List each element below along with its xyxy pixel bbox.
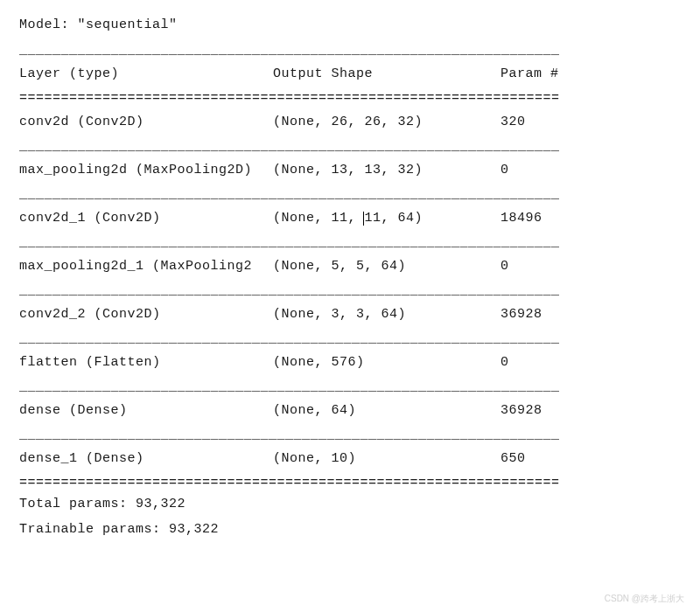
header-shape: Output Shape [273, 64, 500, 85]
layer-param: 0 [500, 256, 681, 277]
divider-row: ________________________________________… [19, 426, 681, 444]
layer-name: conv2d (Conv2D) [19, 112, 273, 133]
trainable-params: Trainable params: 93,322 [19, 518, 681, 543]
divider-header: ========================================… [19, 89, 681, 108]
divider-row: ________________________________________… [19, 233, 681, 252]
layer-shape: (None, 64) [273, 400, 500, 421]
header-layer: Layer (type) [19, 64, 273, 85]
table-row: conv2d (Conv2D)(None, 26, 26, 32)320 [19, 108, 681, 137]
layer-name: conv2d_1 (Conv2D) [19, 208, 273, 229]
divider-row: ________________________________________… [19, 378, 681, 396]
table-row: conv2d_1 (Conv2D)(None, 11, 11, 64)18496 [19, 204, 681, 233]
layer-param: 36928 [500, 400, 681, 421]
table-row: dense_1 (Dense)(None, 10)650 [19, 444, 681, 474]
divider-row: ________________________________________… [19, 330, 681, 348]
layer-name: conv2d_2 (Conv2D) [19, 304, 273, 325]
layer-param: 650 [500, 449, 681, 469]
layer-name: flatten (Flatten) [19, 352, 273, 373]
layer-shape: (None, 5, 5, 64) [273, 256, 500, 277]
layer-shape: (None, 11, 11, 64) [273, 208, 500, 229]
divider-row: ________________________________________… [19, 282, 681, 300]
model-title: Model: "sequential" [19, 17, 681, 32]
divider-row: ________________________________________… [19, 185, 681, 204]
table-row: max_pooling2d_1 (MaxPooling2(None, 5, 5,… [19, 252, 681, 282]
watermark: CSDN @跨考上浙大 [605, 593, 684, 605]
divider-top: ________________________________________… [19, 41, 681, 59]
layer-name: max_pooling2d_1 (MaxPooling2 [19, 256, 273, 277]
layer-name: dense_1 (Dense) [19, 449, 273, 469]
total-params: Total params: 93,322 [19, 492, 681, 518]
table-row: max_pooling2d (MaxPooling2D)(None, 13, 1… [19, 156, 681, 185]
layer-shape: (None, 576) [273, 352, 500, 373]
table-row: conv2d_2 (Conv2D)(None, 3, 3, 64)36928 [19, 300, 681, 330]
layer-param: 36928 [500, 304, 681, 325]
table-header: Layer (type) Output Shape Param # [19, 59, 681, 89]
layer-shape: (None, 26, 26, 32) [273, 112, 500, 133]
layer-shape: (None, 13, 13, 32) [273, 160, 500, 181]
table-row: flatten (Flatten)(None, 576)0 [19, 348, 681, 378]
table-row: dense (Dense)(None, 64)36928 [19, 396, 681, 426]
layer-shape: (None, 3, 3, 64) [273, 304, 500, 325]
divider-bottom: ========================================… [19, 474, 681, 492]
layer-shape: (None, 10) [273, 449, 500, 469]
layer-param: 0 [500, 352, 681, 373]
layer-param: 18496 [500, 208, 681, 229]
divider-row: ________________________________________… [19, 137, 681, 156]
layer-name: dense (Dense) [19, 400, 273, 421]
layer-param: 0 [500, 160, 681, 181]
header-param: Param # [500, 64, 681, 85]
layer-name: max_pooling2d (MaxPooling2D) [19, 160, 273, 181]
layer-param: 320 [500, 112, 681, 133]
